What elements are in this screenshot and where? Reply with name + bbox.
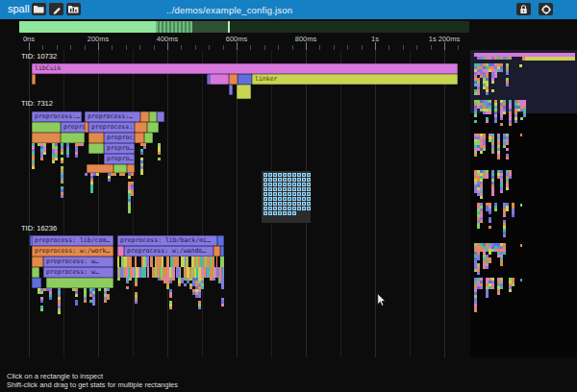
flame-bar[interactable]	[87, 164, 113, 173]
ruler-tick	[181, 45, 182, 50]
flame-bar[interactable]	[61, 133, 85, 143]
lock-button[interactable]	[516, 3, 531, 15]
flame-dense-region[interactable]	[32, 288, 113, 317]
flame-bar[interactable]: preprocess: w…	[43, 267, 113, 278]
flame-bar[interactable]: preprocess: lib/com…	[32, 235, 113, 246]
flame-dense-region[interactable]	[474, 243, 508, 276]
selection-cell	[292, 197, 296, 201]
flame-cell	[506, 72, 509, 75]
selection-cell	[273, 173, 277, 177]
flame-bar[interactable]	[32, 257, 43, 267]
flame-dense-region[interactable]	[474, 100, 526, 131]
flame-bar[interactable]	[220, 246, 224, 257]
flame-bar[interactable]: preprocess: w:/work…	[32, 246, 113, 257]
flame-cell	[509, 176, 512, 179]
open-file-button[interactable]	[32, 3, 46, 15]
flame-cell	[96, 173, 99, 176]
flame-bar[interactable]	[213, 246, 220, 257]
edit-button[interactable]	[49, 3, 63, 15]
flame-bar[interactable]: preproc…	[61, 122, 87, 133]
flame-cell	[212, 257, 214, 267]
flame-dense-region[interactable]	[474, 134, 510, 165]
flame-cell	[486, 92, 489, 95]
flame-bar[interactable]	[88, 143, 104, 154]
flame-bar[interactable]	[135, 133, 144, 143]
selection-cell	[268, 173, 272, 177]
minimap-dot	[520, 244, 522, 247]
flame-bar[interactable]: libCuik	[32, 63, 458, 74]
flame-bar[interactable]	[229, 74, 238, 85]
ruler-tick	[139, 45, 140, 50]
flame-dense-region[interactable]	[32, 143, 87, 212]
flame-bar[interactable]	[149, 111, 157, 122]
flame-dense-region[interactable]	[474, 203, 514, 237]
flame-cell	[489, 260, 491, 263]
flame-bar[interactable]	[217, 235, 224, 246]
flame-bar[interactable]	[140, 111, 149, 122]
flame-bar[interactable]	[32, 133, 61, 143]
flame-dense-region[interactable]	[117, 278, 224, 316]
flame-bar[interactable]: prepro…	[104, 143, 135, 154]
flame-bar[interactable]	[117, 246, 124, 257]
flame-cell	[169, 295, 172, 298]
flame-bar[interactable]	[157, 111, 164, 122]
flame-dense-region[interactable]	[135, 143, 162, 178]
flame-cell	[489, 211, 491, 214]
flame-bar[interactable]	[127, 164, 135, 173]
flame-bar[interactable]	[147, 122, 159, 133]
flame-bar[interactable]	[32, 278, 41, 288]
flame-bar[interactable]: preprocess:]…	[88, 122, 135, 133]
flame-dense-region[interactable]	[474, 170, 512, 199]
ruler-tick	[458, 45, 459, 50]
flame-cell	[503, 214, 506, 217]
gridline	[340, 50, 341, 357]
flame-bar[interactable]	[32, 122, 61, 133]
flame-bar[interactable]: preprocess:…	[32, 111, 82, 122]
flame-cell	[84, 300, 87, 303]
flame-bar[interactable]	[32, 267, 39, 278]
flame-bar[interactable]	[238, 74, 252, 85]
flame-bar[interactable]	[144, 133, 153, 143]
flame-cell	[61, 160, 63, 163]
flame-bar[interactable]	[135, 122, 147, 133]
flame-bar[interactable]	[229, 85, 233, 95]
flame-bar[interactable]: preprocess: w:/wando…	[124, 246, 213, 257]
flame-bar[interactable]	[210, 74, 229, 85]
flame-bar[interactable]: prepro…	[104, 154, 135, 164]
flame-cell	[500, 286, 503, 289]
flame-bar[interactable]	[237, 85, 251, 99]
flame-cell	[500, 263, 503, 266]
settings-button[interactable]	[539, 3, 553, 15]
flame-bar[interactable]: linker	[252, 74, 458, 85]
import-folder-button[interactable]	[66, 3, 81, 15]
flame-dense-region[interactable]	[117, 257, 224, 267]
selection-cell	[263, 178, 267, 182]
flame-cell	[169, 281, 172, 283]
flame-dense-region[interactable]	[474, 63, 511, 102]
flame-bar[interactable]	[113, 164, 127, 173]
flame-dense-region[interactable]	[117, 267, 224, 278]
track-tid-label: TID: 7312	[21, 99, 53, 108]
flame-bar[interactable]	[46, 278, 113, 288]
flame-dense-region[interactable]	[474, 278, 514, 314]
flame-bar[interactable]: preprocess: lib/back/mi…	[117, 235, 217, 246]
flame-cell	[503, 234, 506, 237]
flame-bar[interactable]	[88, 133, 104, 143]
flame-cell	[166, 257, 169, 267]
overview-segment	[192, 21, 228, 33]
hint-click: Click on a rectangle to inspect	[7, 372, 103, 380]
ruler-tick	[278, 45, 279, 50]
flame-bar[interactable]: preproc…	[104, 133, 135, 143]
trace-overview-strip[interactable]	[19, 21, 469, 33]
flame-bar[interactable]: preprocess: w…	[43, 257, 113, 267]
flame-bar[interactable]: preprocess:…	[85, 111, 140, 122]
flame-cell	[474, 114, 477, 117]
trace-minimap[interactable]	[470, 50, 577, 357]
selection-cell	[263, 187, 267, 191]
selection-cell	[278, 187, 282, 191]
flame-dense-region[interactable]	[474, 57, 513, 61]
ruler-tick	[334, 45, 335, 50]
flame-dense-region[interactable]	[85, 173, 135, 213]
ruler-tick	[403, 45, 404, 50]
flame-bar[interactable]	[32, 74, 36, 85]
